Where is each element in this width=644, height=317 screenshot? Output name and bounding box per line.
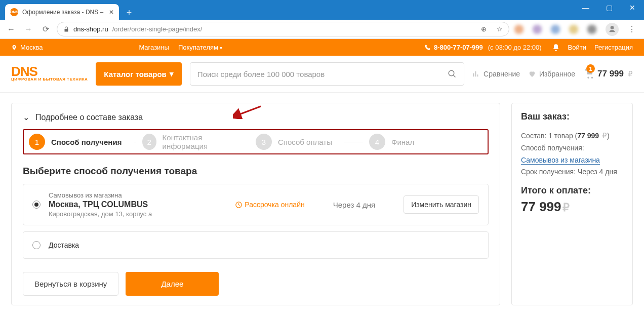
search-icon[interactable]: [448, 69, 457, 78]
step-label: Способ оплаты: [278, 138, 332, 146]
summary-contents-label: Состав:: [521, 132, 546, 140]
checkout-steps: 1 Способ получения 2 Контактная информац…: [23, 129, 489, 154]
browser-toolbar: ← → ⟳ dns-shop.ru/order/order-single-pag…: [0, 20, 644, 39]
close-tab-icon[interactable]: ✕: [109, 9, 114, 16]
nav-back-button[interactable]: ←: [5, 25, 17, 34]
delivery-label: Доставка: [49, 241, 79, 249]
lock-icon: [63, 26, 69, 32]
step-number: 4: [369, 134, 385, 150]
change-store-button[interactable]: Изменить магазин: [404, 195, 479, 214]
pickup-store: Москва, ТРЦ COLUMBUS: [49, 200, 152, 209]
step-3[interactable]: 3 Способ оплаты: [256, 134, 369, 150]
extension-icon[interactable]: [514, 25, 524, 34]
browser-tab-active[interactable]: DNS Оформление заказа - DNS – ин ✕: [5, 4, 119, 20]
new-tab-button[interactable]: +: [122, 6, 136, 20]
radio-pickup[interactable]: [32, 201, 41, 209]
summary-title: Ваш заказ:: [521, 111, 623, 122]
rub-sign: ₽: [562, 201, 570, 214]
summary-method-link[interactable]: Самовывоз из магазина: [521, 156, 600, 165]
search-input[interactable]: Поиск среди более 100 000 товаров: [190, 62, 464, 86]
window-close-button[interactable]: ✕: [621, 0, 644, 15]
installment-link[interactable]: Рассрочка онлайн: [235, 201, 304, 209]
step-number: 2: [142, 134, 156, 150]
install-app-icon[interactable]: ⊕: [481, 25, 487, 33]
step-label: Способ получения: [51, 138, 122, 146]
site-topbar: Москва Магазины Покупателям 8-800-77-07-…: [0, 39, 644, 56]
bookmark-star-icon[interactable]: ☆: [497, 25, 503, 33]
phone-icon: [424, 44, 431, 51]
step-label: Финал: [391, 138, 414, 146]
browser-menu-button[interactable]: ⋮: [628, 24, 636, 34]
chevron-down-icon: ⌄: [23, 112, 29, 122]
catalog-label: Каталог товаров: [104, 70, 167, 78]
catalog-button[interactable]: Каталог товаров ▾: [96, 62, 182, 86]
cart-total: 77 999: [597, 69, 624, 79]
favorites-link[interactable]: Избранное: [528, 70, 575, 78]
pickup-heading: Самовывоз из магазина: [49, 191, 152, 199]
summary-total-label: Итого к оплате:: [521, 185, 623, 196]
step-1[interactable]: 1 Способ получения: [29, 134, 142, 150]
next-button[interactable]: Далее: [126, 272, 219, 296]
summary-total-value: 77 999: [521, 199, 561, 214]
city-name: Москва: [20, 44, 43, 51]
bell-icon[interactable]: [552, 44, 560, 52]
tab-title: Оформление заказа - DNS – ин: [22, 9, 105, 16]
order-details-toggle[interactable]: ⌄ Подробнее о составе заказа: [23, 112, 489, 122]
phone-number: 8-800-77-07-999: [434, 44, 483, 51]
login-link[interactable]: Войти: [568, 44, 586, 51]
url-path: /order/order-single-page/index/: [112, 25, 203, 33]
step-number: 3: [256, 134, 272, 150]
extension-icon[interactable]: [551, 25, 560, 34]
search-placeholder: Поиск среди более 100 000 товаров: [197, 70, 448, 78]
nav-forward-button[interactable]: →: [22, 25, 34, 34]
summary-method-label: Способ получения:: [521, 142, 623, 154]
nav-buyers[interactable]: Покупателям: [178, 44, 222, 51]
pickup-eta: Через 4 дня: [333, 201, 375, 209]
step-2[interactable]: 2 Контактная информация: [142, 133, 256, 150]
summary-contents-value: 1 товар: [548, 132, 573, 140]
summary-contents-price: 77 999: [577, 132, 599, 140]
profile-avatar-button[interactable]: [606, 23, 619, 36]
logo-sub: ЦИФРОВАЯ И БЫТОВАЯ ТЕХНИКА: [11, 78, 88, 81]
step-number: 1: [29, 134, 45, 150]
logo[interactable]: DNS ЦИФРОВАЯ И БЫТОВАЯ ТЕХНИКА: [11, 66, 88, 81]
back-to-cart-button[interactable]: Вернуться в корзину: [23, 272, 118, 296]
extension-icon[interactable]: [569, 25, 578, 34]
summary-eta-label: Срок получения:: [521, 168, 576, 176]
phone-hours: (c 03:00 до 22:00): [488, 44, 542, 51]
address-bar[interactable]: dns-shop.ru/order/order-single-page/inde…: [57, 22, 509, 36]
step-4[interactable]: 4 Финал: [369, 134, 482, 150]
extension-icon[interactable]: [587, 25, 596, 34]
radio-delivery[interactable]: [32, 241, 41, 249]
support-phone[interactable]: 8-800-77-07-999 (c 03:00 до 22:00): [424, 44, 542, 51]
expand-label: Подробнее о составе заказа: [35, 113, 143, 122]
extension-icon[interactable]: [533, 25, 542, 34]
summary-eta-value: Через 4 дня: [578, 168, 617, 176]
order-summary: Ваш заказ: Состав: 1 товар (77 999 ₽) Сп…: [511, 103, 633, 305]
heart-icon: [528, 70, 536, 78]
cart-button[interactable]: 1 77 999₽: [583, 68, 633, 80]
register-link[interactable]: Регистрация: [594, 44, 633, 51]
rub-sign: ₽: [628, 69, 633, 78]
compare-link[interactable]: Сравнение: [472, 70, 520, 78]
site-header: DNS ЦИФРОВАЯ И БЫТОВАЯ ТЕХНИКА Каталог т…: [0, 56, 644, 93]
nav-reload-button[interactable]: ⟳: [39, 24, 52, 34]
cart-count: 1: [586, 64, 595, 73]
chevron-down-icon: ▾: [170, 69, 174, 78]
window-maximize-button[interactable]: ▢: [597, 0, 621, 15]
tab-favicon: DNS: [10, 8, 18, 16]
section-title: Выберите способ получения товара: [23, 166, 489, 177]
city-selector[interactable]: Москва: [11, 44, 43, 51]
compare-icon: [472, 70, 480, 78]
checkout-main: ⌄ Подробнее о составе заказа 1 Способ по…: [11, 103, 500, 305]
nav-stores[interactable]: Магазины: [139, 44, 169, 51]
window-minimize-button[interactable]: —: [574, 0, 597, 15]
pickup-address: Кировоградская, дом 13, корпус а: [49, 210, 152, 218]
option-pickup[interactable]: Самовывоз из магазина Москва, ТРЦ COLUMB…: [23, 184, 489, 225]
step-label: Контактная информация: [163, 133, 237, 150]
pin-icon: [11, 44, 17, 51]
option-delivery[interactable]: Доставка: [23, 231, 489, 259]
window-titlebar: DNS Оформление заказа - DNS – ин ✕ + — ▢…: [0, 0, 644, 20]
clock-icon: [235, 201, 243, 209]
url-domain: dns-shop.ru: [73, 25, 108, 33]
